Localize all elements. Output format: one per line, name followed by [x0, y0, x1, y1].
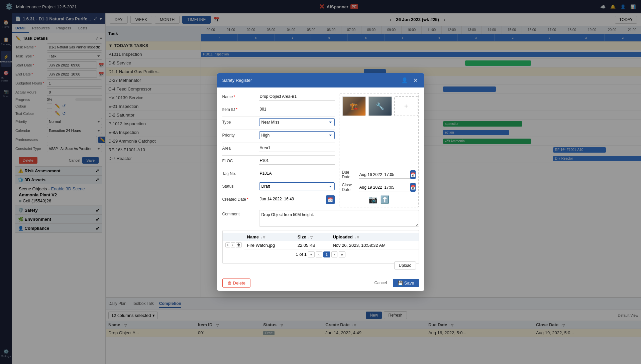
form-side: Name Item ID Type Near Miss: [222, 93, 335, 207]
modal-save-btn[interactable]: 💾 Save: [393, 279, 419, 287]
file-name-cell: Fire Watch.jpg: [244, 241, 295, 249]
input-area[interactable]: [259, 144, 335, 152]
close-date-input[interactable]: [359, 184, 410, 191]
label-type: Type: [222, 118, 259, 125]
file-download-btn[interactable]: ↓: [231, 242, 235, 247]
label-priority: Priority: [222, 131, 259, 138]
form-row-area: Area: [222, 144, 335, 152]
label-name: Name: [222, 93, 259, 99]
save-icon: 💾: [398, 281, 403, 286]
image-actions: 📷 ⬆️: [368, 195, 389, 204]
form-row-comment: Comment Drop Object from 50M height.: [222, 210, 419, 227]
input-item-id[interactable]: [259, 106, 335, 113]
close-date-label: Close Date: [342, 183, 359, 192]
modal-header-actions: 👤 ✕: [400, 76, 419, 84]
delete-icon: 🗑: [227, 281, 232, 286]
modal-close-btn[interactable]: ✕: [412, 76, 419, 84]
file-attachment-section: Name ↕▽ Size ↕▽ Uploaded ↕▽ ○ ↓ 🗑: [222, 230, 419, 264]
modal-footer: 🗑 Delete Cancel 💾 Save: [217, 275, 424, 291]
page-prev-btn[interactable]: ‹: [316, 251, 322, 257]
upload-image-btn[interactable]: ⬆️: [380, 195, 389, 204]
form-row-tag: Tag No.: [222, 170, 335, 177]
due-date-row: Due Date 📅: [342, 170, 416, 179]
form-row-type: Type Near Miss Incident Hazard: [222, 118, 335, 126]
comment-textarea[interactable]: Drop Object from 50M height.: [259, 210, 419, 227]
thumb-img-2: 🔧: [369, 97, 392, 116]
due-date-label: Due Date: [342, 170, 359, 179]
due-date-container: Due Date 📅 Close Date 📅: [342, 170, 416, 195]
image-thumb-1[interactable]: 🏗️: [342, 96, 366, 116]
form-row-created-date: Created Date 📅: [222, 195, 335, 204]
label-status: Status: [222, 182, 259, 189]
modal-footer-right: Cancel 💾 Save: [371, 279, 419, 287]
page-first-btn[interactable]: «: [308, 251, 315, 257]
form-row-name: Name: [222, 93, 335, 101]
form-row-floc: FLOC: [222, 157, 335, 165]
page-last-btn[interactable]: »: [339, 251, 345, 257]
select-type[interactable]: Near Miss Incident Hazard: [259, 118, 335, 126]
safety-register-modal: Safety Register 👤 ✕ Name: [217, 73, 424, 291]
modal-user-icon-btn[interactable]: 👤: [400, 76, 409, 84]
label-tag: Tag No.: [222, 170, 259, 176]
input-name[interactable]: [259, 93, 335, 101]
file-row[interactable]: ○ ↓ 🗑 Fire Watch.jpg 22.05 KB Nov 26, 20…: [223, 241, 419, 249]
input-created-date[interactable]: [259, 195, 325, 203]
page-1-btn[interactable]: 1: [323, 251, 330, 257]
modal-title: Safety Register: [222, 78, 252, 83]
col-file-name: Name ↕▽: [244, 233, 295, 241]
file-table: Name ↕▽ Size ↕▽ Uploaded ↕▽ ○ ↓ 🗑: [223, 233, 419, 249]
upload-btn[interactable]: Upload: [394, 261, 416, 269]
modal-delete-btn[interactable]: 🗑 Delete: [222, 279, 251, 288]
page-next-btn[interactable]: ›: [331, 251, 337, 257]
select-priority[interactable]: High Medium Low: [259, 131, 335, 139]
modal-overlay: Safety Register 👤 ✕ Name: [0, 0, 641, 364]
file-delete-row-btn[interactable]: 🗑: [236, 242, 242, 247]
label-created-date: Created Date: [222, 195, 259, 202]
created-date-cal-btn[interactable]: 📅: [326, 195, 335, 204]
due-date-input[interactable]: [359, 171, 410, 179]
file-size-cell: 22.05 KB: [295, 241, 330, 249]
thumb-img-1: 🏗️: [343, 97, 365, 116]
close-date-cal-btn[interactable]: 📅: [410, 183, 416, 192]
label-area: Area: [222, 144, 259, 151]
file-pagination: 1 of 1 « ‹ 1 › »: [223, 249, 419, 259]
input-tag[interactable]: [259, 170, 335, 177]
form-row-item-id: Item ID: [222, 106, 335, 113]
due-date-cal-btn[interactable]: 📅: [410, 170, 416, 179]
col-file-actions: [223, 233, 244, 241]
camera-btn[interactable]: 📷: [368, 195, 378, 204]
input-floc[interactable]: [259, 157, 335, 165]
file-select-btn[interactable]: ○: [225, 242, 230, 247]
file-uploaded-cell: Nov 26, 2023, 10:58:32 AM: [330, 241, 418, 249]
col-file-size: Size ↕▽: [295, 233, 330, 241]
col-file-uploaded: Uploaded ↕▽: [330, 233, 418, 241]
image-thumbs: 🏗️ 🔧 +: [342, 96, 418, 116]
select-status[interactable]: Draft Open Closed: [259, 182, 335, 190]
pagination-info: 1 of 1: [296, 252, 307, 257]
form-row-status: Status Draft Open Closed: [222, 182, 335, 190]
form-row-priority: Priority High Medium Low: [222, 131, 335, 139]
upload-container: Upload: [223, 259, 419, 263]
label-item-id: Item ID: [222, 106, 259, 112]
image-thumb-2[interactable]: 🔧: [368, 96, 392, 116]
modal-body: Name Item ID Type Near Miss: [217, 87, 424, 275]
modal-cancel-btn[interactable]: Cancel: [371, 279, 390, 287]
modal-split: Name Item ID Type Near Miss: [222, 93, 419, 207]
label-comment: Comment: [222, 210, 259, 216]
image-side: 🏗️ 🔧 + Due Date 📅: [339, 93, 419, 207]
close-date-row: Close Date 📅: [342, 183, 416, 192]
file-row-actions: ○ ↓ 🗑: [223, 241, 244, 249]
image-thumb-placeholder: +: [394, 96, 418, 116]
modal-header: Safety Register 👤 ✕: [217, 73, 424, 87]
label-floc: FLOC: [222, 157, 259, 163]
